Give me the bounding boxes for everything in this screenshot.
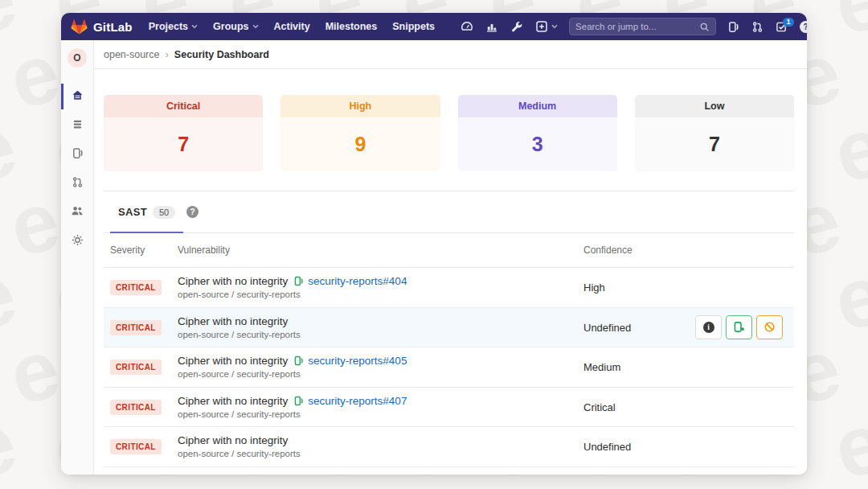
nav-link-groups[interactable]: Groups (213, 21, 258, 32)
column-confidence: Confidence (583, 244, 794, 256)
table-row[interactable]: CRITICAL Cipher with no integrity securi… (104, 347, 794, 388)
table-header: Severity Vulnerability Confidence (104, 233, 794, 268)
watermark-glyph: e (826, 400, 868, 489)
more-info-button[interactable]: i (695, 315, 722, 339)
severity-card-label: Critical (104, 95, 263, 117)
issue-icon (293, 396, 304, 406)
search-input[interactable] (575, 22, 699, 31)
brand-name: GitLab (93, 20, 133, 34)
vulnerability-title: Cipher with no integrity security-report… (178, 275, 583, 287)
sidebar-item-project[interactable] (61, 111, 93, 140)
vulnerability-title: Cipher with no integrity (178, 434, 583, 446)
confidence-value: Undefined (583, 441, 631, 453)
issue-link[interactable]: security-reports#407 (308, 395, 407, 407)
new-dropdown[interactable] (535, 20, 558, 33)
report-tabs: SAST 50 ? (104, 191, 794, 233)
help-icon: ? (800, 21, 807, 33)
project-sidebar: O (61, 40, 94, 475)
watermark-glyph: e (826, 0, 868, 47)
todos-icon[interactable]: 1 (776, 21, 788, 33)
issue-icon (293, 276, 304, 286)
severity-card-count: 9 (280, 117, 440, 171)
members-icon (71, 204, 84, 220)
chevron-down-icon (252, 24, 259, 29)
dismiss-icon (764, 321, 776, 333)
tab-sast[interactable]: SAST 50 (110, 191, 183, 232)
issue-link[interactable]: security-reports#405 (308, 355, 407, 367)
table-row[interactable]: CRITICAL Cipher with no integrity open-s… (104, 308, 794, 348)
issues-icon (72, 147, 84, 162)
severity-card-critical: Critical 7 (104, 95, 263, 171)
question-mark-icon[interactable]: ? (186, 206, 199, 218)
severity-card-label: High (280, 95, 440, 117)
project-path: open-source / security-reports (178, 330, 583, 339)
help-menu[interactable]: ? (800, 21, 807, 33)
chevron-down-icon (551, 24, 558, 29)
column-severity: Severity (110, 244, 178, 256)
project-path: open-source / security-reports (178, 409, 583, 419)
breadcrumb: open-source › Security Dashboard (94, 40, 807, 69)
dashboard-gauge-icon[interactable] (461, 20, 473, 33)
severity-card-count: 7 (104, 117, 263, 171)
issue-link[interactable]: security-reports#404 (308, 275, 407, 287)
admin-wrench-icon[interactable] (510, 20, 523, 33)
breadcrumb-parent[interactable]: open-source (104, 49, 160, 60)
severity-card-medium: Medium 3 (458, 95, 617, 171)
severity-card-label: Medium (458, 95, 617, 117)
watermark-glyph: e (826, 252, 868, 344)
severity-card-low: Low 7 (635, 95, 794, 171)
merge-request-icon (72, 176, 84, 191)
chevron-down-icon (191, 24, 198, 29)
sidebar-item-issues[interactable] (61, 140, 93, 169)
nav-link-activity[interactable]: Activity (274, 21, 310, 32)
gitlab-brand[interactable]: GitLab (71, 18, 133, 35)
create-issue-icon (733, 321, 745, 333)
tab-label: SAST (118, 206, 147, 218)
severity-summary-cards: Critical 7 High 9 Medium 3 Low 7 (104, 95, 794, 171)
top-navbar: GitLab Projects Groups Activity Mileston… (61, 13, 807, 40)
sidebar-item-settings[interactable] (61, 227, 93, 256)
severity-card-high: High 9 (280, 95, 440, 171)
info-icon: i (703, 322, 714, 333)
todo-count-badge: 1 (783, 18, 794, 27)
sidebar-item-home[interactable] (61, 82, 93, 111)
project-path: open-source / security-reports (178, 290, 583, 299)
issues-icon[interactable] (727, 21, 739, 33)
create-issue-button[interactable] (726, 315, 752, 339)
search-icon (699, 22, 710, 32)
breadcrumb-separator: › (166, 48, 169, 60)
home-icon (72, 89, 84, 105)
vulnerability-title: Cipher with no integrity security-report… (178, 395, 583, 407)
watermark-glyph: e (826, 104, 868, 196)
severity-badge: CRITICAL (110, 360, 162, 375)
page-title: Security Dashboard (174, 49, 269, 60)
table-row[interactable]: CRITICAL Cipher with no integrity securi… (104, 388, 794, 428)
table-row[interactable]: CRITICAL Cipher with no integrity open-s… (104, 427, 794, 467)
gear-icon (72, 234, 84, 249)
severity-badge: CRITICAL (110, 439, 162, 454)
global-search[interactable] (569, 18, 716, 35)
merge-request-icon[interactable] (751, 21, 764, 33)
project-path: open-source / security-reports (178, 449, 583, 458)
column-vulnerability: Vulnerability (178, 244, 583, 256)
severity-badge: CRITICAL (110, 320, 162, 335)
sidebar-item-members[interactable] (61, 198, 93, 227)
navbar-right-icons: 1 ? (727, 21, 807, 33)
severity-card-label: Low (635, 95, 794, 117)
project-avatar[interactable]: O (68, 48, 87, 68)
nav-link-snippets[interactable]: Snippets (392, 21, 435, 32)
confidence-value: Medium (583, 361, 620, 373)
issue-icon (293, 355, 304, 366)
sidebar-item-merge-requests[interactable] (61, 169, 93, 198)
severity-card-count: 3 (458, 117, 617, 171)
chart-icon[interactable] (485, 20, 498, 33)
table-row[interactable]: CRITICAL Cipher with no integrity securi… (104, 268, 794, 308)
row-actions: i (695, 315, 783, 339)
navbar-left-icons (461, 20, 558, 33)
tab-count-badge: 50 (153, 206, 175, 219)
nav-link-milestones[interactable]: Milestones (326, 21, 378, 32)
nav-links: Projects Groups Activity Milestones Snip… (149, 21, 435, 32)
nav-link-projects[interactable]: Projects (149, 21, 198, 32)
dismiss-button[interactable] (756, 315, 783, 339)
app-window: GitLab Projects Groups Activity Mileston… (61, 13, 807, 475)
